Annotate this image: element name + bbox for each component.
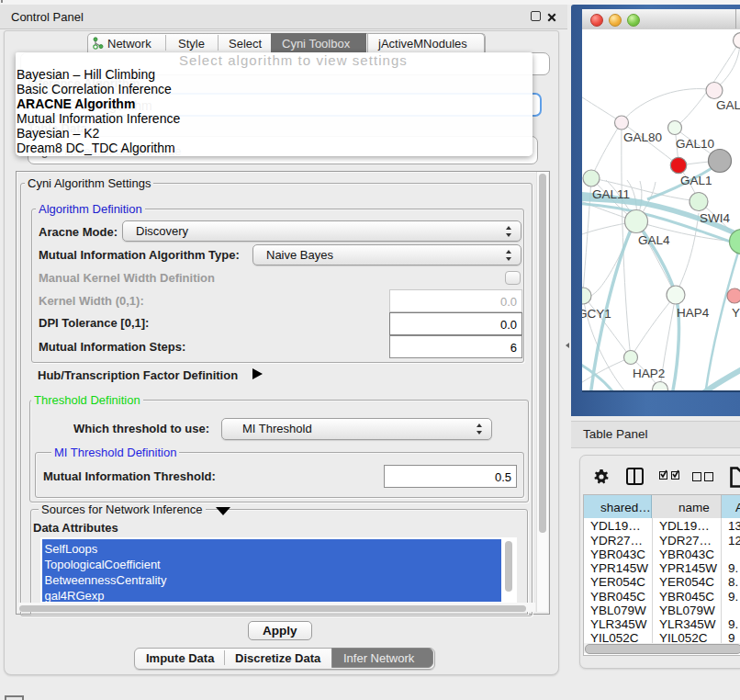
svg-text:GAL1: GAL1 [680,174,712,187]
svg-text:SWI4: SWI4 [700,211,730,225]
svg-text:GAL80: GAL80 [623,130,662,144]
svg-text:GAL10: GAL10 [676,137,714,151]
svg-text:HAP2: HAP2 [633,367,665,380]
svg-text:GAL4: GAL4 [638,233,670,247]
svg-text:GAL2: GAL2 [716,98,740,112]
svg-text:HAP4: HAP4 [677,306,710,320]
svg-text:GAL11: GAL11 [592,187,630,201]
svg-text:GCY1: GCY1 [582,307,611,321]
svg-text:YH: YH [732,306,740,320]
